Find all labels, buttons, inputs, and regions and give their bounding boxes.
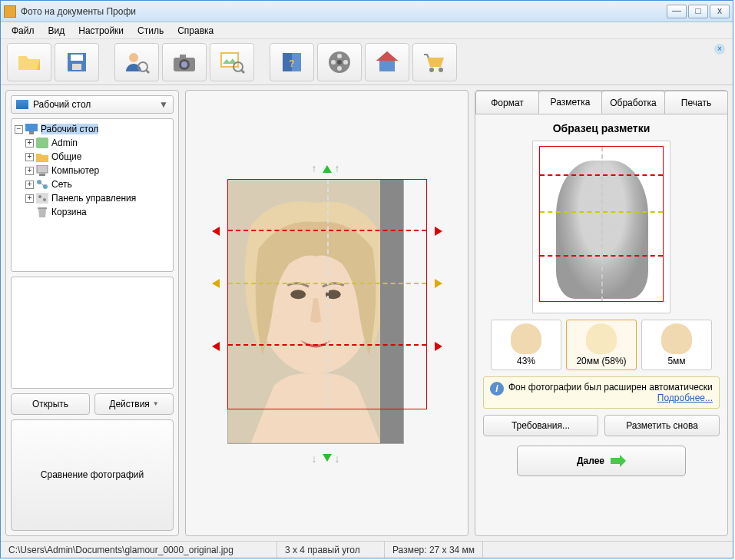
expand-icon[interactable]: + — [25, 194, 34, 203]
guide-handle-eyes-right[interactable] — [435, 279, 442, 288]
editor-canvas[interactable]: ↑ ↑ ↓ ↓ — [185, 90, 468, 536]
tree-node-trash[interactable]: Корзина — [15, 205, 170, 219]
trash-icon — [36, 207, 48, 217]
remark-button[interactable]: Разметить снова — [604, 415, 720, 436]
arrow-right-icon — [611, 455, 626, 467]
tool-video[interactable] — [317, 43, 362, 81]
svg-point-3 — [129, 53, 138, 62]
menu-view[interactable]: Вид — [42, 24, 71, 38]
status-format: 3 x 4 правый угол — [277, 542, 385, 558]
top-head-guide[interactable] — [228, 230, 426, 231]
tool-camera[interactable] — [162, 43, 207, 81]
disk-icon — [63, 48, 91, 76]
tab-markup[interactable]: Разметка — [538, 91, 602, 114]
tool-search-photo[interactable] — [210, 43, 254, 81]
tree-node-network[interactable]: + Сеть — [15, 177, 170, 191]
info-icon: i — [490, 382, 504, 396]
close-button[interactable]: x — [710, 5, 730, 18]
tool-face-detect[interactable] — [114, 43, 159, 81]
folder-tree[interactable]: − Рабочий стол + Admin + Общие + — [11, 118, 174, 272]
next-button[interactable]: Далее — [517, 446, 686, 476]
toolbar-close-hint[interactable]: × — [714, 44, 725, 55]
metric-face-height[interactable]: 20мм (58%) — [566, 320, 637, 370]
expand-icon[interactable]: + — [25, 139, 34, 147]
tree-node-desktop[interactable]: − Рабочий стол — [15, 122, 170, 136]
sample-crop-frame — [539, 146, 664, 302]
guide-handle-chin-right[interactable] — [435, 342, 442, 351]
guide-handle-top-left[interactable] — [212, 227, 220, 236]
svg-point-16 — [343, 60, 348, 65]
crop-handle-top[interactable] — [323, 165, 332, 173]
desktop-icon — [16, 100, 28, 109]
center-vertical-guide[interactable] — [327, 180, 329, 409]
tree-label: Рабочий стол — [41, 124, 98, 134]
shopping-cart-icon — [421, 48, 449, 76]
info-text: Фон фотографии был расширен автоматическ… — [508, 382, 713, 393]
folder-combo[interactable]: Рабочий стол ▼ — [11, 95, 174, 114]
collapse-icon[interactable]: − — [15, 125, 23, 134]
info-more-link[interactable]: Подробнее... — [657, 393, 713, 403]
svg-point-32 — [38, 195, 41, 198]
metric-head-ratio[interactable]: 43% — [491, 320, 561, 370]
svg-point-33 — [43, 198, 46, 201]
menu-settings[interactable]: Настройки — [72, 24, 130, 38]
tool-open-folder[interactable] — [7, 43, 51, 81]
tree-node-computer[interactable]: + Компьютер — [15, 164, 170, 177]
photo-search-icon — [218, 48, 246, 76]
menu-style[interactable]: Стиль — [131, 24, 170, 38]
chin-guide[interactable] — [228, 344, 426, 346]
requirements-button[interactable]: Требования... — [483, 415, 598, 436]
guide-handle-eyes-left[interactable] — [212, 279, 220, 288]
guide-handle-chin-left[interactable] — [212, 342, 220, 351]
actions-button[interactable]: Действия▼ — [94, 393, 174, 415]
guide-handle-top-right[interactable] — [435, 227, 442, 236]
folder-icon — [36, 151, 48, 162]
menu-help[interactable]: Справка — [171, 24, 220, 38]
menubar: Файл Вид Настройки Стиль Справка — [1, 22, 733, 39]
minimize-button[interactable]: — — [667, 5, 687, 18]
tab-print[interactable]: Печать — [664, 91, 728, 114]
open-button[interactable]: Открыть — [11, 393, 90, 415]
svg-rect-24 — [29, 131, 34, 134]
top-margin-icon — [661, 323, 692, 354]
tool-cart[interactable] — [412, 43, 457, 81]
tab-format[interactable]: Формат — [475, 91, 539, 114]
svg-line-5 — [146, 70, 149, 73]
titlebar: Фото на документы Профи — □ x — [1, 1, 733, 22]
compare-button[interactable]: Сравнение фотографий — [11, 419, 174, 532]
expand-icon[interactable]: + — [25, 153, 34, 161]
tree-label: Общие — [51, 151, 81, 162]
tool-help-book[interactable]: ? — [270, 43, 314, 81]
svg-line-12 — [241, 70, 244, 73]
svg-rect-34 — [38, 207, 47, 209]
move-up-icon: ↑ — [312, 162, 317, 174]
menu-file[interactable]: Файл — [5, 24, 41, 38]
svg-point-22 — [439, 68, 443, 72]
svg-point-19 — [337, 60, 342, 65]
crop-handle-bottom[interactable] — [323, 454, 332, 462]
tool-save[interactable] — [55, 43, 99, 81]
status-bar: C:\Users\Admin\Documents\glamour_0000_or… — [1, 541, 733, 558]
right-panel: Формат Разметка Обработка Печать Образец… — [475, 90, 728, 536]
tree-node-common[interactable]: + Общие — [15, 150, 170, 164]
svg-rect-23 — [25, 124, 38, 131]
svg-point-15 — [337, 54, 342, 58]
film-reel-icon — [326, 48, 353, 76]
tree-label: Панель управления — [51, 193, 136, 204]
face-height-icon — [586, 323, 617, 354]
app-icon — [4, 5, 16, 18]
eyes-guide[interactable] — [228, 283, 426, 284]
tree-node-control-panel[interactable]: + Панель управления — [15, 191, 170, 205]
maximize-button[interactable]: □ — [688, 5, 708, 18]
network-icon — [36, 179, 48, 190]
metric-top-margin[interactable]: 5мм — [641, 320, 712, 370]
tool-home[interactable] — [365, 43, 409, 81]
svg-rect-31 — [36, 193, 48, 204]
expand-icon[interactable]: + — [25, 181, 34, 189]
expand-icon[interactable]: + — [25, 167, 34, 175]
crop-frame[interactable] — [227, 179, 427, 409]
tab-processing[interactable]: Обработка — [601, 91, 665, 114]
left-panel: Рабочий стол ▼ − Рабочий стол + Admin + — [5, 90, 179, 536]
tree-node-admin[interactable]: + Admin — [15, 136, 170, 150]
svg-rect-9 — [180, 55, 186, 58]
